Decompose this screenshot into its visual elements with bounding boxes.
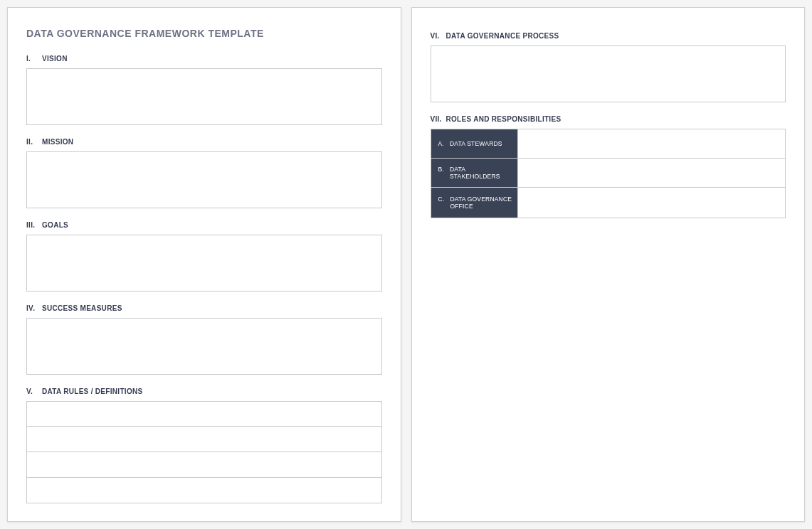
section-measures-label: SUCCESS MEASURES <box>42 304 122 312</box>
measures-input[interactable] <box>26 318 382 375</box>
section-roles-header: VII. ROLES AND RESPONSIBILITIES <box>431 115 786 123</box>
rule-row-input[interactable] <box>26 401 382 427</box>
section-roles-roman: VII. <box>431 115 446 123</box>
role-letter: C. <box>438 196 445 203</box>
section-measures: IV. SUCCESS MEASURES <box>26 304 382 375</box>
section-rules-label: DATA RULES / DEFINITIONS <box>42 388 142 395</box>
section-roles-label: ROLES AND RESPONSIBILITIES <box>446 115 561 123</box>
role-office-input[interactable] <box>518 188 786 218</box>
rules-rows <box>26 401 382 503</box>
role-row-stewards: A. DATA STEWARDS <box>431 129 786 159</box>
goals-input[interactable] <box>26 235 382 292</box>
role-letter: A. <box>438 140 444 147</box>
role-stewards-input[interactable] <box>518 129 786 158</box>
section-vision-roman: I. <box>26 55 42 63</box>
section-vision-header: I. VISION <box>26 55 382 63</box>
section-measures-header: IV. SUCCESS MEASURES <box>26 304 382 312</box>
vision-input[interactable] <box>26 68 382 125</box>
role-name: DATA GOVERNANCE OFFICE <box>450 196 512 210</box>
section-mission: II. MISSION <box>26 138 382 208</box>
role-stakeholders-input[interactable] <box>518 159 786 187</box>
role-row-stakeholders: B. DATA STAKEHOLDERS <box>431 159 786 188</box>
roles-table: A. DATA STEWARDS B. DATA STAKEHOLDERS <box>431 129 786 218</box>
section-roles: VII. ROLES AND RESPONSIBILITIES A. DATA … <box>431 115 786 218</box>
section-mission-header: II. MISSION <box>26 138 382 146</box>
section-process: VI. DATA GOVERNANCE PROCESS <box>431 32 786 102</box>
rule-row-input[interactable] <box>26 478 382 503</box>
section-goals-label: GOALS <box>42 221 68 229</box>
role-label-stewards: A. DATA STEWARDS <box>431 129 517 159</box>
section-goals: III. GOALS <box>26 221 382 292</box>
section-rules-header: V. DATA RULES / DEFINITIONS <box>26 388 382 395</box>
section-process-header: VI. DATA GOVERNANCE PROCESS <box>431 32 786 40</box>
section-process-roman: VI. <box>431 32 446 40</box>
section-mission-label: MISSION <box>42 138 73 146</box>
section-mission-roman: II. <box>26 138 42 146</box>
mission-input[interactable] <box>26 151 382 208</box>
role-letter: B. <box>438 166 444 173</box>
rule-row-input[interactable] <box>26 452 382 478</box>
section-vision: I. VISION <box>26 55 382 125</box>
process-input[interactable] <box>431 46 786 102</box>
role-label-office: C. DATA GOVERNANCE OFFICE <box>431 188 517 218</box>
section-rules: V. DATA RULES / DEFINITIONS <box>26 388 382 503</box>
role-name: DATA STAKEHOLDERS <box>450 166 513 180</box>
rule-row-input[interactable] <box>26 427 382 452</box>
section-goals-header: III. GOALS <box>26 221 382 229</box>
role-label-stakeholders: B. DATA STAKEHOLDERS <box>431 159 517 188</box>
section-vision-label: VISION <box>42 55 68 63</box>
page-left: DATA GOVERNANCE FRAMEWORK TEMPLATE I. VI… <box>7 7 401 522</box>
section-goals-roman: III. <box>26 221 42 229</box>
section-process-label: DATA GOVERNANCE PROCESS <box>446 32 559 40</box>
page-right: VI. DATA GOVERNANCE PROCESS VII. ROLES A… <box>411 7 806 522</box>
section-rules-roman: V. <box>26 388 42 395</box>
role-row-office: C. DATA GOVERNANCE OFFICE <box>431 188 786 218</box>
document-title: DATA GOVERNANCE FRAMEWORK TEMPLATE <box>26 28 382 39</box>
section-measures-roman: IV. <box>26 304 42 312</box>
role-name: DATA STEWARDS <box>450 140 513 147</box>
